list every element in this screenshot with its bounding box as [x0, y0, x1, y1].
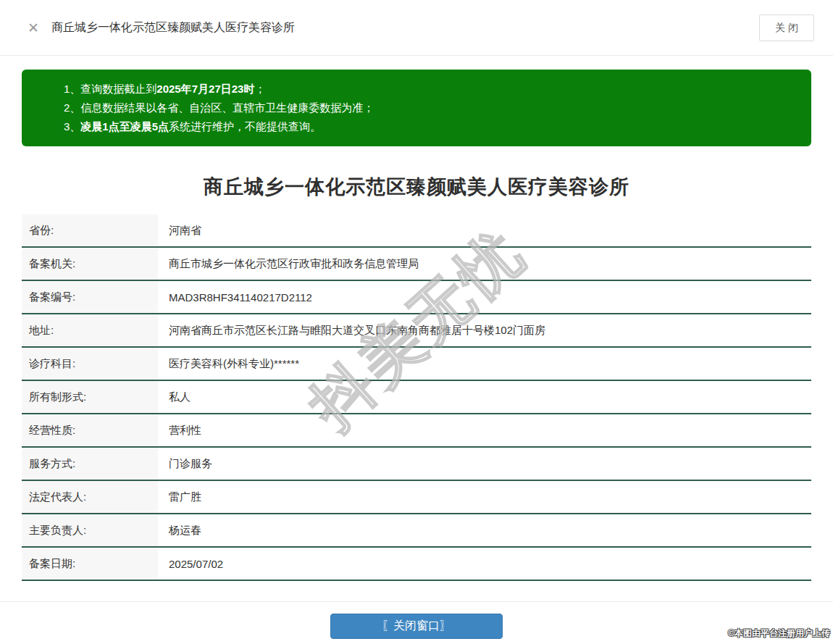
- notice-line-1: 1、查询数据截止到2025年7月27日23时；: [64, 80, 797, 99]
- row-label: 法定代表人:: [22, 481, 158, 513]
- table-row-filing-number: 备案编号: MAD3R8HF341140217D2112: [22, 281, 811, 314]
- row-label: 备案编号:: [22, 281, 158, 313]
- row-value: 门诊服务: [158, 448, 212, 480]
- table-row-address: 地址: 河南省商丘市示范区长江路与睢阳大道交叉口东南角商都雅居十号楼102门面房: [22, 314, 811, 348]
- row-value: 雷广胜: [158, 481, 201, 513]
- table-row-ownership-form: 所有制形式: 私人: [22, 381, 811, 414]
- row-value: 医疗美容科(外科专业)******: [158, 348, 299, 380]
- row-value: 河南省商丘市示范区长江路与睢阳大道交叉口东南角商都雅居十号楼102门面房: [158, 314, 545, 346]
- table-row-legal-representative: 法定代表人: 雷广胜: [22, 481, 811, 514]
- row-value: 商丘市城乡一体化示范区行政审批和政务信息管理局: [158, 248, 419, 280]
- row-value: 营利性: [158, 414, 201, 446]
- notice-line-3: 3、凌晨1点至凌晨5点系统进行维护，不能提供查询。: [64, 117, 797, 136]
- notice-line-2-num: 2、: [64, 101, 80, 114]
- row-value: 杨运春: [158, 514, 201, 546]
- row-label: 诊疗科目:: [22, 348, 158, 380]
- table-row-service-mode: 服务方式: 门诊服务: [22, 448, 811, 481]
- upload-credit-text: ©本图由平台注册用户上传: [728, 627, 830, 640]
- notice-banner: 1、查询数据截止到2025年7月27日23时； 2、信息数据结果以各省、自治区、…: [22, 70, 811, 146]
- row-value: MAD3R8HF341140217D2112: [158, 281, 312, 313]
- table-row-principal: 主要负责人: 杨运春: [22, 514, 811, 548]
- notice-line-2: 2、信息数据结果以各省、自治区、直辖市卫生健康委数据为准；: [64, 99, 797, 117]
- table-row-medical-subjects: 诊疗科目: 医疗美容科(外科专业)******: [22, 348, 811, 381]
- close-x-icon[interactable]: ✕: [28, 21, 39, 35]
- row-value: 河南省: [158, 214, 201, 246]
- section-divider: [0, 601, 833, 602]
- table-row-filing-date: 备案日期: 2025/07/02: [22, 548, 811, 581]
- close-window-button[interactable]: 〖关闭窗口〗: [330, 614, 503, 639]
- row-label: 服务方式:: [22, 448, 158, 480]
- notice-line-2-text: 信息数据结果以各省、自治区、直辖市卫生健康委数据为准；: [80, 101, 374, 114]
- notice-line-1-bold: 2025年7月27日23时: [156, 83, 254, 95]
- table-row-business-nature: 经营性质: 营利性: [22, 414, 811, 448]
- row-label: 经营性质:: [22, 414, 158, 446]
- notice-line-1-text: 查询数据截止到: [80, 83, 156, 95]
- notice-line-3-num: 3、: [64, 120, 80, 133]
- notice-line-1-post: ；: [254, 83, 265, 95]
- row-value: 私人: [158, 381, 191, 413]
- row-label: 所有制形式:: [22, 381, 158, 413]
- table-row-filing-authority: 备案机关: 商丘市城乡一体化示范区行政审批和政务信息管理局: [22, 248, 811, 281]
- close-button[interactable]: 关 闭: [759, 14, 814, 41]
- row-label: 主要负责人:: [22, 514, 158, 546]
- window-title: 商丘城乡一体化示范区臻颜赋美人医疗美容诊所: [51, 20, 295, 35]
- row-label: 地址:: [22, 314, 158, 346]
- window-titlebar: ✕ 商丘城乡一体化示范区臻颜赋美人医疗美容诊所 关 闭: [0, 0, 833, 56]
- notice-line-1-num: 1、: [64, 83, 80, 95]
- row-value: 2025/07/02: [158, 548, 223, 580]
- notice-line-3-post: 系统进行维护，不能提供查询。: [169, 120, 321, 133]
- page-title: 商丘城乡一体化示范区臻颜赋美人医疗美容诊所: [0, 174, 833, 200]
- row-label: 备案机关:: [22, 248, 158, 280]
- row-label: 省份:: [22, 214, 158, 246]
- record-detail-table: 省份: 河南省 备案机关: 商丘市城乡一体化示范区行政审批和政务信息管理局 备案…: [22, 214, 811, 581]
- table-row-province: 省份: 河南省: [22, 214, 811, 248]
- notice-line-3-bold: 凌晨1点至凌晨5点: [80, 120, 169, 133]
- row-label: 备案日期:: [22, 548, 158, 580]
